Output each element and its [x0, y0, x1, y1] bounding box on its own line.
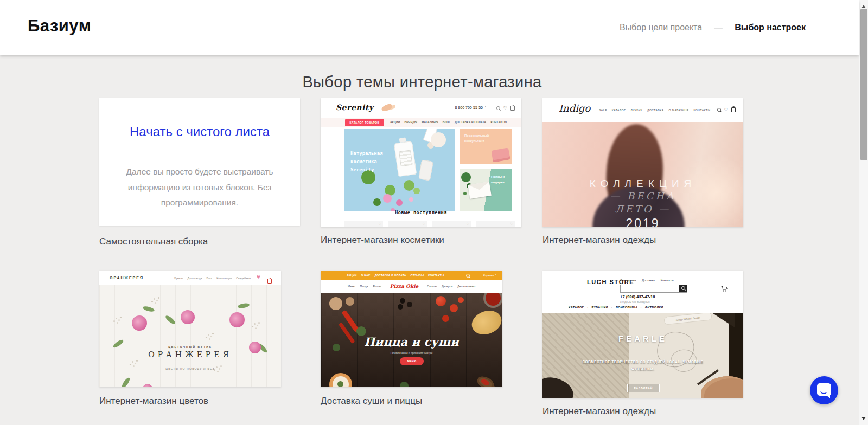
nav-link: ФУТБОЛКИ [641, 306, 663, 309]
pizza-menu-bar: Меню Пицца Роллы Pizza Okie Салаты Десер… [321, 280, 502, 293]
orangery-hero-title: ОРАНЖЕРЕЯ [99, 350, 281, 359]
step-settings: Выбор настроек [735, 23, 806, 33]
luch-top-links: О магазине Доставка Контакты [620, 279, 674, 282]
decor-shape [237, 302, 250, 309]
nav-link: БРЕНДЫ [405, 120, 418, 124]
pizza-logo: Pizza Okie [390, 284, 419, 289]
blank-card-heading: Начать с чистого листа [129, 123, 270, 140]
mushroom-decoration [329, 297, 342, 310]
decor-shape [542, 329, 629, 329]
theme-caption-clothing-luch: Интернет-магазин одежды [542, 406, 656, 417]
theme-card-clothing-indigo[interactable]: Indigo SALE КАТАЛОГ ЛУКБУК ДОСТАВКА О МА… [542, 98, 743, 227]
nav-link: Пицца [360, 285, 368, 288]
luch-hero-subtitle: СОВМЕСТНОЕ ТВОРЧЕСТВО СО СТУДИЕЙ LOCAL. … [578, 359, 708, 372]
indigo-logo: Indigo [559, 102, 590, 114]
search-icon [681, 286, 685, 290]
serenity-nav-links: АКЦИИ БРЕНДЫ МАГАЗИНЫ БЛОГ ДОСТАВКА И ОП… [390, 120, 507, 124]
nav-link: МАГАЗИНЫ [422, 120, 438, 124]
nav-link: КАТАЛОГ [612, 108, 626, 112]
search-icon [717, 108, 721, 112]
cart-icon [721, 286, 728, 292]
hero-line: ЛЕТО — [542, 203, 743, 216]
bag-icon [267, 276, 272, 286]
page: Базиум Выбор цели проекта — Выбор настро… [0, 0, 868, 425]
nav-link: Доставка [642, 279, 655, 282]
decor-shape [383, 194, 392, 203]
serenity-banner-text: Натуральная косметика Serenity [350, 150, 392, 174]
theme-card-pizza-sushi[interactable]: АКЦИИ О НАС ДОСТАВКА И ОПЛАТА ОТЗЫВЫ КОН… [321, 271, 502, 387]
theme-card-clothing-luch[interactable]: LUCH STORE О магазине Доставка Контакты … [542, 271, 743, 398]
nav-link: ДОСТАВКА [647, 108, 664, 112]
orangery-logo: ОРАНЖЕРЕЯ [110, 276, 144, 280]
decor-shape [404, 180, 414, 191]
envelope-decoration [468, 182, 492, 199]
decor-shape [394, 141, 417, 177]
theme-caption-flowers: Интернет-магазин цветов [99, 396, 208, 407]
hand-photo-decoration [701, 376, 743, 398]
orangery-nav-links: Букеты Для повода Блог Композиции Свадеб… [174, 276, 251, 280]
flower-decoration [181, 310, 195, 324]
orangery-tagline-top: ЦВЕТОЧНЫЙ БУТИК [99, 345, 281, 349]
step-project-goal[interactable]: Выбор цели проекта [620, 23, 702, 33]
luch-hero-button: РАЗБИРАЙ [627, 384, 660, 392]
scrollbar[interactable] [859, 0, 868, 425]
hero-line: КОЛЛЕКЦИЯ [542, 178, 743, 190]
flower-decoration [229, 312, 245, 327]
herb-decoration [400, 382, 409, 387]
theme-caption-blank: Самостоятельная сборка [99, 236, 208, 247]
nav-link: Для повода [188, 276, 202, 280]
pen-decoration: Sleep When I Dead! [663, 313, 712, 325]
theme-card-cosmetics[interactable]: Serenity 8 800 700-55-55 ♡ КАТАЛОГ ТОВАР… [321, 98, 521, 227]
theme-caption-clothing-indigo: Интернет-магазин одежды [542, 235, 656, 246]
chat-icon [817, 383, 831, 396]
nav-link: SALE [599, 108, 607, 112]
app-header: Базиум Выбор цели проекта — Выбор настро… [0, 0, 859, 55]
luch-header: LUCH STORE О магазине Доставка Контакты … [542, 271, 743, 313]
nav-link: КОНТАКТЫ [490, 120, 507, 124]
butterfly-icon [381, 104, 393, 112]
pizza-menu-button: Меню [400, 357, 424, 365]
flower-decoration [132, 315, 147, 331]
nav-link: ДОСТАВКА И ОПЛАТА [455, 120, 486, 124]
luch-hours: с 9 до 20 без выходных [620, 300, 649, 304]
pizza-hero: Пицца и суши Готовим сами и привозим быс… [321, 293, 502, 387]
luch-hero-title: FEARLE [542, 334, 743, 343]
theme-caption-cosmetics: Интернет-магазин косметики [321, 235, 444, 246]
serenity-section-title: Новые поступления [321, 210, 521, 215]
indigo-hero-text: КОЛЛЕКЦИЯ — ВЕСНА ЛЕТО — 2019 [542, 178, 743, 227]
indigo-hero: КОЛЛЕКЦИЯ — ВЕСНА ЛЕТО — 2019 [542, 122, 743, 227]
pizza-cart-link: Корзина [483, 274, 497, 277]
nav-link: ДОСТАВКА И ОПЛАТА [375, 274, 406, 277]
decor-shape [116, 318, 117, 319]
blank-card-body: Далее вы просто будете выстраивать инфор… [117, 164, 282, 211]
pizza-hero-title: Пицца и суши [321, 335, 502, 349]
serenity-products-row [344, 221, 515, 227]
serenity-catalog-button: КАТАЛОГ ТОВАРОВ [345, 119, 384, 126]
pizza-topbar: АКЦИИ О НАС ДОСТАВКА И ОПЛАТА ОТЗЫВЫ КОН… [321, 271, 502, 280]
heart-icon: ♥ [257, 275, 260, 280]
nav-link: О МАГАЗИНЕ [669, 108, 689, 112]
orangery-tagline-bottom: ЦВЕТЫ ПО ПОВОДУ И БЕЗ [99, 367, 281, 370]
app-logo[interactable]: Базиум [28, 16, 91, 36]
nav-link: О магазине [620, 279, 636, 282]
decor-shape [208, 334, 209, 336]
pen-note-text: Sleep When I Dead! [675, 315, 700, 321]
theme-card-flowers[interactable]: ОРАНЖЕРЕЯ Букеты Для повода Блог Компози… [99, 271, 281, 387]
decor-shape [461, 172, 471, 182]
heart-icon: ♡ [503, 106, 507, 111]
nav-link: ЛУКБУК [630, 108, 642, 112]
nav-link: КОНТАКТЫ [694, 108, 711, 112]
theme-card-blank[interactable]: Начать с чистого листа Далее вы просто б… [99, 98, 300, 226]
decor-shape [254, 323, 256, 325]
phone-decoration [491, 147, 510, 162]
scroll-down-arrow-icon[interactable] [861, 417, 866, 422]
luch-phone: +7 (926) 437-47-18 [620, 294, 655, 299]
decor-shape [132, 361, 133, 363]
chat-widget-button[interactable] [810, 376, 838, 404]
serenity-consult-text: Персональный консультант [464, 133, 496, 144]
scroll-up-arrow-icon[interactable] [861, 3, 866, 8]
sushi-decoration [329, 373, 352, 387]
scrollbar-thumb[interactable] [860, 9, 867, 160]
nav-link: Детское меню [457, 285, 475, 288]
nav-link: РУБАШКИ [587, 306, 608, 309]
